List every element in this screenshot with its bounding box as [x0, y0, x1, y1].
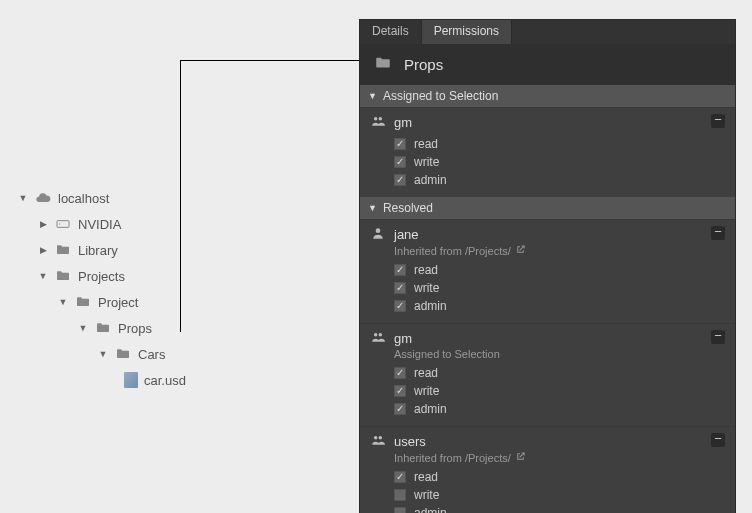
file-tree: localhost NVIDIA Library Projects Projec…	[18, 185, 338, 393]
svg-point-7	[374, 436, 378, 440]
tab-permissions[interactable]: Permissions	[422, 20, 512, 44]
section-label: Resolved	[383, 201, 433, 215]
tree-row-library[interactable]: Library	[18, 237, 338, 263]
tree-row-project[interactable]: Project	[18, 289, 338, 315]
tree-label: car.usd	[144, 373, 186, 388]
perm-write: write	[394, 382, 725, 400]
perm-admin: admin	[394, 400, 725, 418]
tree-row-file[interactable]: car.usd	[18, 367, 338, 393]
tree-label: Library	[78, 243, 118, 258]
tree-label: NVIDIA	[78, 217, 121, 232]
entry-name: users	[394, 434, 426, 449]
permission-entry: − gm Assigned to Selection read write ad…	[360, 323, 735, 426]
chevron-down-icon[interactable]	[78, 323, 88, 333]
permission-entry: − jane Inherited from /Projects/ read wr…	[360, 219, 735, 323]
assigned-list: − gm read write admin	[360, 107, 735, 197]
group-icon	[370, 330, 386, 347]
entry-head: users	[370, 433, 725, 450]
group-icon	[370, 114, 386, 131]
entry-sub: Inherited from /Projects/	[370, 451, 725, 464]
checkbox[interactable]	[394, 282, 406, 294]
tree-row-projects[interactable]: Projects	[18, 263, 338, 289]
tree-row-props[interactable]: Props	[18, 315, 338, 341]
collapse-icon[interactable]: −	[711, 330, 725, 344]
svg-point-4	[376, 228, 381, 233]
perm-read: read	[394, 135, 725, 153]
folder-icon	[94, 319, 112, 337]
checkbox[interactable]	[394, 403, 406, 415]
chevron-down-icon: ▼	[368, 91, 377, 101]
checkbox[interactable]	[394, 138, 406, 150]
tree-label: Project	[98, 295, 138, 310]
perm-write: write	[394, 279, 725, 297]
checkbox[interactable]	[394, 156, 406, 168]
user-icon	[370, 226, 386, 243]
checkbox[interactable]	[394, 264, 406, 276]
svg-point-6	[379, 333, 383, 337]
perm-read: read	[394, 364, 725, 382]
checkbox[interactable]	[394, 385, 406, 397]
cloud-icon	[34, 189, 52, 207]
chevron-down-icon[interactable]	[38, 271, 48, 281]
perm-list: read write admin	[370, 135, 725, 189]
chevron-down-icon[interactable]	[98, 349, 108, 359]
svg-point-8	[379, 436, 383, 440]
checkbox[interactable]	[394, 507, 406, 513]
external-link-icon[interactable]	[515, 451, 526, 464]
folder-icon	[54, 267, 72, 285]
section-label: Assigned to Selection	[383, 89, 498, 103]
svg-point-3	[379, 117, 383, 121]
collapse-icon[interactable]: −	[711, 114, 725, 128]
entry-name: jane	[394, 227, 419, 242]
tree-label: Cars	[138, 347, 165, 362]
section-assigned-header[interactable]: ▼ Assigned to Selection	[360, 85, 735, 107]
folder-icon	[74, 293, 92, 311]
permissions-panel: Details Permissions Props ▼ Assigned to …	[360, 20, 735, 513]
drive-icon	[54, 215, 72, 233]
entry-sub: Assigned to Selection	[370, 348, 725, 360]
section-resolved-header[interactable]: ▼ Resolved	[360, 197, 735, 219]
chevron-right-icon[interactable]	[38, 245, 48, 255]
folder-icon	[54, 241, 72, 259]
permission-entry: − gm read write admin	[360, 107, 735, 197]
external-link-icon[interactable]	[515, 244, 526, 257]
svg-point-5	[374, 333, 378, 337]
chevron-down-icon: ▼	[368, 203, 377, 213]
perm-list: read write admin	[370, 364, 725, 418]
tab-details[interactable]: Details	[360, 20, 422, 44]
checkbox[interactable]	[394, 300, 406, 312]
resolved-list: − jane Inherited from /Projects/ read wr…	[360, 219, 735, 513]
tree-row-cars[interactable]: Cars	[18, 341, 338, 367]
folder-icon	[372, 54, 394, 75]
tree-row-root[interactable]: localhost	[18, 185, 338, 211]
collapse-icon[interactable]: −	[711, 226, 725, 240]
svg-point-1	[59, 223, 60, 224]
panel-tabs: Details Permissions	[360, 20, 735, 44]
tree-label: localhost	[58, 191, 109, 206]
folder-title: Props	[404, 56, 443, 73]
folder-header: Props	[360, 44, 735, 85]
perm-list: read write admin	[370, 261, 725, 315]
entry-head: gm	[370, 114, 725, 131]
perm-read: read	[394, 468, 725, 486]
svg-rect-0	[57, 221, 69, 228]
permission-entry: − users Inherited from /Projects/ read w…	[360, 426, 735, 513]
perm-write: write	[394, 153, 725, 171]
entry-sub: Inherited from /Projects/	[370, 244, 725, 257]
chevron-down-icon[interactable]	[18, 193, 28, 203]
checkbox[interactable]	[394, 367, 406, 379]
entry-name: gm	[394, 115, 412, 130]
chevron-down-icon[interactable]	[58, 297, 68, 307]
entry-head: gm	[370, 330, 725, 347]
group-icon	[370, 433, 386, 450]
tree-row-nvidia[interactable]: NVIDIA	[18, 211, 338, 237]
entry-head: jane	[370, 226, 725, 243]
perm-admin: admin	[394, 171, 725, 189]
perm-write: write	[394, 486, 725, 504]
collapse-icon[interactable]: −	[711, 433, 725, 447]
checkbox[interactable]	[394, 471, 406, 483]
checkbox[interactable]	[394, 489, 406, 501]
chevron-right-icon[interactable]	[38, 219, 48, 229]
checkbox[interactable]	[394, 174, 406, 186]
tree-label: Projects	[78, 269, 125, 284]
